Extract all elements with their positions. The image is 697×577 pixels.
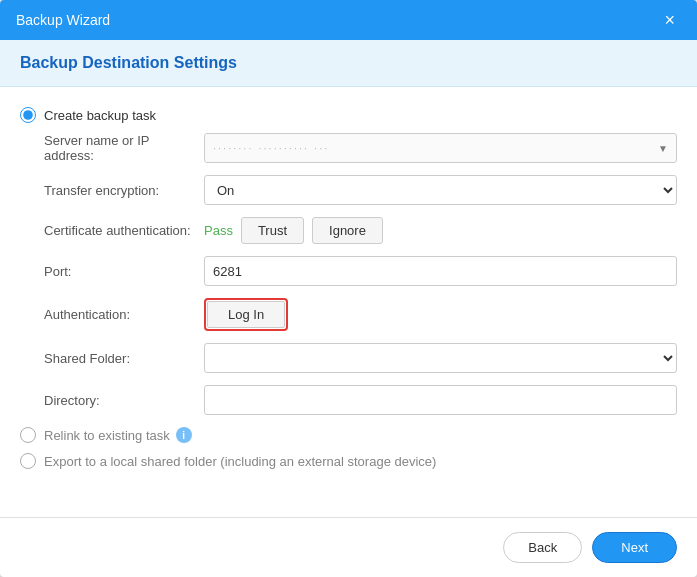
- export-label: Export to a local shared folder (includi…: [44, 454, 436, 469]
- server-row: Server name or IPaddress: ········ ·····…: [44, 133, 677, 163]
- auth-row: Authentication: Log In: [44, 298, 677, 331]
- back-button[interactable]: Back: [503, 532, 582, 563]
- create-task-radio[interactable]: [20, 107, 36, 123]
- shared-folder-row: Shared Folder:: [44, 343, 677, 373]
- cert-auth-row: Certificate authentication: Pass Trust I…: [44, 217, 677, 244]
- cert-auth-label: Certificate authentication:: [44, 223, 204, 238]
- server-label: Server name or IPaddress:: [44, 133, 204, 163]
- export-radio[interactable]: [20, 453, 36, 469]
- backup-wizard-dialog: Backup Wizard × Backup Destination Setti…: [0, 0, 697, 577]
- server-control: ········ ·········· ··· ▼: [204, 133, 677, 163]
- relink-option[interactable]: Relink to existing task i: [20, 427, 677, 443]
- relink-label: Relink to existing task: [44, 428, 170, 443]
- export-option[interactable]: Export to a local shared folder (includi…: [20, 453, 677, 469]
- shared-folder-select[interactable]: [204, 343, 677, 373]
- shared-folder-label: Shared Folder:: [44, 351, 204, 366]
- cert-auth-actions: Pass Trust Ignore: [204, 217, 383, 244]
- directory-label: Directory:: [44, 393, 204, 408]
- directory-control: [204, 385, 677, 415]
- dialog-title: Backup Wizard: [16, 12, 110, 28]
- transfer-encryption-select[interactable]: On Off: [204, 175, 677, 205]
- port-label: Port:: [44, 264, 204, 279]
- auth-control: Log In: [204, 298, 677, 331]
- close-button[interactable]: ×: [658, 9, 681, 31]
- create-task-label: Create backup task: [44, 108, 156, 123]
- directory-row: Directory:: [44, 385, 677, 415]
- section-title: Backup Destination Settings: [20, 54, 237, 71]
- transfer-encryption-control: On Off: [204, 175, 677, 205]
- content-area: Create backup task Server name or IPaddr…: [0, 87, 697, 517]
- create-task-option[interactable]: Create backup task: [20, 107, 677, 123]
- title-bar: Backup Wizard ×: [0, 0, 697, 40]
- server-dropdown-arrow: ▼: [658, 143, 668, 154]
- cert-auth-status: Pass: [204, 223, 233, 238]
- port-control: [204, 256, 677, 286]
- login-button[interactable]: Log In: [207, 301, 285, 328]
- trust-button[interactable]: Trust: [241, 217, 304, 244]
- server-value: ········ ·········· ···: [213, 142, 329, 154]
- create-task-form: Server name or IPaddress: ········ ·····…: [44, 133, 677, 415]
- dialog-footer: Back Next: [0, 517, 697, 577]
- shared-folder-control: [204, 343, 677, 373]
- transfer-encryption-row: Transfer encryption: On Off: [44, 175, 677, 205]
- transfer-encryption-label: Transfer encryption:: [44, 183, 204, 198]
- section-header: Backup Destination Settings: [0, 40, 697, 87]
- server-input[interactable]: ········ ·········· ··· ▼: [204, 133, 677, 163]
- port-input[interactable]: [204, 256, 677, 286]
- next-button[interactable]: Next: [592, 532, 677, 563]
- auth-label: Authentication:: [44, 307, 204, 322]
- directory-input[interactable]: [204, 385, 677, 415]
- relink-info-icon[interactable]: i: [176, 427, 192, 443]
- relink-radio[interactable]: [20, 427, 36, 443]
- ignore-button[interactable]: Ignore: [312, 217, 383, 244]
- port-row: Port:: [44, 256, 677, 286]
- login-button-highlight: Log In: [204, 298, 288, 331]
